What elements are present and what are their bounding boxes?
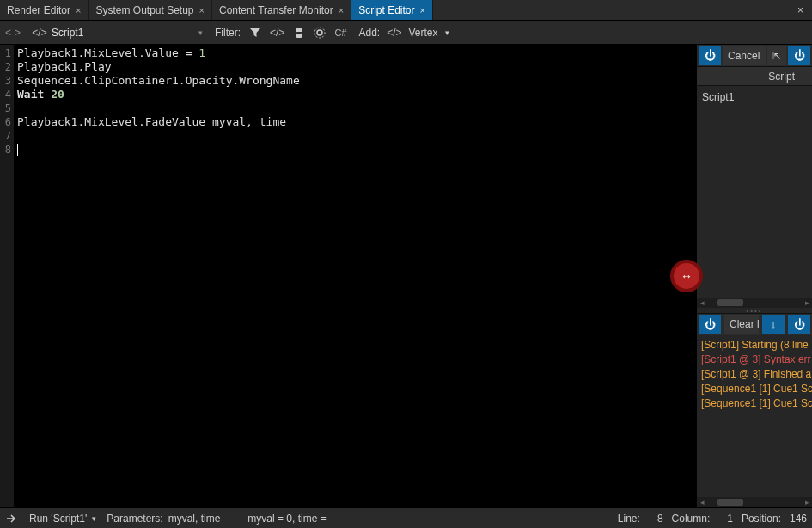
script-selector[interactable]: </> Script1 ▾ [27,26,208,40]
code-line [17,129,693,143]
add-area: Add: </> Vertex ▾ [358,27,449,39]
params-label: Parameters: [107,513,162,525]
status-bar: Run 'Script1' ▾ Parameters: myval, time … [0,507,812,528]
params-value: myval, time [168,513,221,525]
power-button-3[interactable]: ⏻ [699,315,721,334]
code-line: Sequence1.ClipContainer1.Opacity.WrongNa… [17,74,693,88]
variables-display: myval = 0, time = [247,513,326,525]
scroll-thumb[interactable] [717,299,743,306]
code-line: Playback1.MixLevel.FadeValue myval, time [17,115,693,129]
scroll-thumb[interactable] [717,499,743,506]
cancel-button[interactable]: Cancel [723,46,766,65]
cursor-position: Line: 8 Column: 1 Position: 146 [618,513,807,525]
log-line: [Script1 @ 3] Syntax err [701,353,808,367]
filter-area: Filter: </> C# [215,27,346,39]
col-value: 1 [727,513,733,525]
scroll-right-icon[interactable]: ▸ [802,495,812,508]
line-gutter: 12345678 [0,45,14,507]
code-line: Wait 20 [17,88,693,101]
script-item[interactable]: Script1 [702,89,807,105]
close-panel-icon[interactable]: × [789,4,812,16]
script-list-header: Script [697,67,812,86]
close-icon[interactable]: × [199,5,205,15]
log-toolbar: ⏻ Clear lo ↓ ⏻ [697,313,812,335]
code-line: Playback1.Play [17,60,693,74]
log-line: [Script1 @ 3] Finished a [701,367,808,382]
tab-script-editor[interactable]: Script Editor × [351,0,433,20]
col-label: Column: [672,513,711,525]
pos-label: Position: [742,513,781,525]
code-line [17,101,693,115]
script-panel-toolbar: ⏻ Cancel ⇱ ⏻ [697,45,812,67]
power-button-2[interactable]: ⏻ [788,46,810,65]
right-panel: ⏻ Cancel ⇱ ⏻ Script Script1 ◂ ▸ •••• ⏻ C… [696,45,812,507]
power-button-4[interactable]: ⏻ [788,315,810,334]
code-area[interactable]: Playback1.MixLevel.Value = 1Playback1.Pl… [14,45,696,507]
tab-system-output-setup[interactable]: System Output Setup × [89,0,212,20]
script-list: Script1 ◂ ▸ [697,86,812,308]
tab-label: Render Editor [7,4,70,16]
code-filter-icon[interactable]: </> [270,27,284,39]
clear-log-button[interactable]: Clear lo [724,315,759,334]
nav-forward-icon[interactable]: > [15,27,21,39]
code-line: Playback1.MixLevel.Value = 1 [17,46,693,60]
main-area: 12345678 Playback1.MixLevel.Value = 1Pla… [0,45,812,507]
scrollbar-horizontal[interactable]: ◂ ▸ [697,298,812,308]
tab-label: Content Transfer Monitor [219,4,333,16]
svg-point-1 [314,28,325,38]
code-editor[interactable]: 12345678 Playback1.MixLevel.Value = 1Pla… [0,45,696,507]
scroll-down-button[interactable]: ↓ [762,315,785,334]
line-number: 3 [0,74,11,88]
scrollbar-horizontal[interactable]: ◂ ▸ [697,497,812,507]
tab-strip: Render Editor × System Output Setup × Co… [0,0,812,21]
tab-render-editor[interactable]: Render Editor × [0,0,89,20]
editor-toolbar: < > </> Script1 ▾ Filter: </> C# Add: </… [0,21,812,45]
line-label: Line: [618,513,640,525]
log-line: [Sequence1 [1] Cue1 Sc [701,382,808,396]
nav-arrows: < > [5,27,21,39]
chevron-down-icon: ▾ [198,28,203,37]
line-number: 1 [0,46,11,60]
line-number: 6 [0,115,11,129]
log-list: [Script1] Starting (8 line[Script1 @ 3] … [697,335,812,507]
code-add-icon[interactable]: </> [387,27,401,39]
add-label: Add: [358,27,380,39]
chevron-down-icon[interactable]: ▾ [445,28,449,37]
add-target[interactable]: Vertex [409,27,438,39]
power-button[interactable]: ⏻ [699,46,721,65]
run-icon[interactable] [5,512,19,525]
gear-icon[interactable] [314,27,326,39]
vars-value: myval = 0, time = [247,513,326,525]
python-icon[interactable] [293,27,305,39]
parameters-display: Parameters: myval, time [107,513,220,525]
log-line: [Script1] Starting (8 line [701,338,808,353]
close-icon[interactable]: × [76,5,81,15]
nav-back-icon[interactable]: < [5,27,11,39]
tab-label: System Output Setup [95,4,193,16]
log-line: [Sequence1 [1] Cue1 Sc [701,396,808,411]
chevron-down-icon: ▾ [92,514,96,523]
tab-content-transfer-monitor[interactable]: Content Transfer Monitor × [212,0,351,20]
scroll-left-icon[interactable]: ◂ [697,495,707,508]
filter-label: Filter: [215,27,241,39]
script-header-label: Script [768,71,795,83]
text-cursor [17,144,18,156]
line-number: 2 [0,60,11,74]
run-script-button[interactable]: Run 'Script1' ▾ [29,513,96,525]
line-value: 8 [657,513,663,525]
run-label: Run 'Script1' [29,513,87,525]
code-line [17,143,693,157]
pos-value: 146 [790,513,807,525]
filter-icon[interactable] [249,27,261,39]
script-name: Script1 [52,27,83,39]
code-icon: </> [33,26,46,40]
close-icon[interactable]: × [420,5,425,15]
csharp-icon[interactable]: C# [334,28,346,38]
line-number: 4 [0,88,11,101]
line-number: 7 [0,129,11,143]
scroll-right-icon[interactable]: ▸ [802,298,812,307]
pin-button[interactable]: ⇱ [767,46,786,65]
close-icon[interactable]: × [339,5,344,15]
scroll-left-icon[interactable]: ◂ [697,298,707,307]
tab-label: Script Editor [358,4,414,16]
